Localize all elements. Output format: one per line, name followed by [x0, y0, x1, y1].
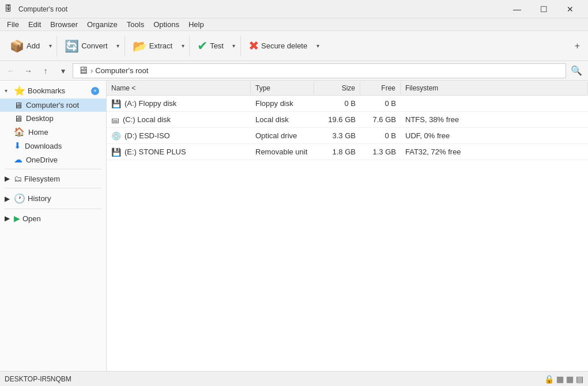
sidebar-divider-3 [5, 209, 101, 209]
table-row[interactable]: 🖴 (C:) Local disk Local disk 19.6 GB 7.6… [107, 112, 588, 128]
file-cell-type-2: Optical drive [251, 129, 314, 142]
secure-delete-button[interactable]: ✖ Secure delete [243, 35, 312, 58]
file-cell-size-2: 3.3 GB [314, 129, 360, 142]
test-button[interactable]: ✔ Test [192, 35, 229, 58]
sidebar-item-desktop[interactable]: 🖥 Desktop [0, 112, 106, 125]
toolbar: 📦 Add ▾ 🔄 Convert ▾ 📂 Extract ▾ ✔ Test ▾… [0, 31, 588, 61]
bookmarks-section: ▾ ⭐ Bookmarks + 🖥 Computer's root 🖥 Desk… [0, 83, 106, 166]
history-icon: 🕐 [14, 193, 25, 204]
bookmarks-content: 🖥 Computer's root 🖥 Desktop 🏠 Home ⬇ Dow… [0, 99, 106, 166]
column-header-size[interactable]: Size [314, 82, 360, 94]
add-dropdown[interactable]: ▾ [46, 35, 54, 58]
removable-drive-icon: 💾 [111, 147, 121, 157]
address-bar: ← → ↑ ▾ 🖥 › Computer's root 🔍 [0, 61, 588, 81]
open-expand-icon: ▶ [5, 214, 12, 222]
bookmarks-add-button[interactable]: + [91, 87, 99, 95]
extract-icon: 📂 [133, 39, 147, 53]
history-header[interactable]: ▶ 🕐 History [0, 191, 106, 206]
grid-view-icon-1[interactable]: ▦ [556, 374, 564, 384]
forward-button[interactable]: → [21, 63, 36, 78]
column-header-free[interactable]: Free [360, 82, 401, 94]
file-cell-name-0: 💾 (A:) Floppy disk [107, 97, 251, 111]
sidebar-item-downloads[interactable]: ⬇ Downloads [0, 139, 106, 153]
table-row[interactable]: 💾 (E:) STONE PLUS Removable unit 1.8 GB … [107, 144, 588, 160]
back-button[interactable]: ← [3, 63, 18, 78]
sidebar-item-computer-root[interactable]: 🖥 Computer's root [0, 99, 106, 112]
local-disk-icon: 🖴 [111, 115, 119, 124]
convert-icon: 🔄 [65, 39, 79, 53]
menu-item-browser[interactable]: Browser [46, 19, 82, 30]
close-button[interactable]: ✕ [557, 0, 583, 18]
bookmarks-label: Bookmarks [28, 86, 65, 95]
title-bar: 🗄 Computer's root — ☐ ✕ [0, 0, 588, 18]
table-row[interactable]: 💾 (A:) Floppy disk Floppy disk 0 B 0 B [107, 96, 588, 112]
open-section: ▶ ▶ Open [0, 211, 106, 225]
app-icon: 🗄 [5, 4, 15, 14]
file-cell-free-1: 7.6 GB [360, 113, 401, 126]
secure-delete-dropdown[interactable]: ▾ [314, 35, 322, 58]
file-cell-fs-0 [401, 101, 588, 106]
list-view-icon[interactable]: ▤ [576, 374, 583, 384]
sidebar-item-home[interactable]: 🏠 Home [0, 125, 106, 139]
file-cell-fs-3: FAT32, 72% free [401, 145, 588, 158]
menu-item-organize[interactable]: Organize [82, 19, 122, 30]
filesystem-header[interactable]: ▶ 🗂 Filesystem [0, 172, 106, 186]
path-separator: › [91, 66, 93, 75]
toolbar-add-button[interactable]: + [571, 39, 583, 54]
file-cell-size-1: 19.6 GB [314, 113, 360, 126]
menu-bar: FileEditBrowserOrganizeToolsOptionsHelp [0, 18, 588, 31]
file-cell-size-0: 0 B [314, 97, 360, 110]
column-header-type[interactable]: Type [251, 82, 314, 94]
column-header-filesystem[interactable]: Filesystem [401, 82, 588, 94]
extract-button[interactable]: 📂 Extract [127, 35, 178, 58]
lock-icon[interactable]: 🔒 [544, 374, 554, 384]
home-icon: 🏠 [14, 127, 25, 137]
sidebar-divider-2 [5, 188, 101, 188]
filesystem-expand-icon: ▶ [5, 175, 12, 183]
open-header[interactable]: ▶ ▶ Open [0, 211, 106, 225]
open-icon: ▶ [14, 214, 20, 223]
test-label: Test [210, 41, 224, 50]
grid-view-icon-2[interactable]: ▦ [566, 374, 574, 384]
minimize-button[interactable]: — [504, 0, 530, 18]
file-list: 💾 (A:) Floppy disk Floppy disk 0 B 0 B 🖴… [107, 96, 588, 371]
convert-dropdown[interactable]: ▾ [114, 35, 122, 58]
address-path: 🖥 › Computer's root [73, 63, 566, 78]
test-icon: ✔ [197, 39, 208, 54]
extract-dropdown[interactable]: ▾ [179, 35, 187, 58]
convert-button[interactable]: 🔄 Convert [59, 35, 113, 58]
menu-item-help[interactable]: Help [184, 19, 209, 30]
test-dropdown[interactable]: ▾ [230, 35, 238, 58]
bookmarks-star-icon: ⭐ [14, 85, 25, 96]
file-cell-free-2: 0 B [360, 129, 401, 142]
history-section: ▶ 🕐 History [0, 191, 106, 206]
menu-item-edit[interactable]: Edit [24, 19, 46, 30]
menu-item-tools[interactable]: Tools [122, 19, 149, 30]
address-dropdown-button[interactable]: ▾ [55, 63, 70, 78]
table-row[interactable]: 💿 (D:) ESD-ISO Optical drive 3.3 GB 0 B … [107, 128, 588, 144]
menu-item-options[interactable]: Options [149, 19, 184, 30]
file-cell-type-0: Floppy disk [251, 97, 314, 110]
file-cell-free-0: 0 B [360, 97, 401, 110]
sidebar: ▾ ⭐ Bookmarks + 🖥 Computer's root 🖥 Desk… [0, 81, 107, 371]
status-text: DESKTOP-IR5NQBM [5, 375, 71, 383]
secure-delete-icon: ✖ [248, 39, 259, 54]
history-expand-icon: ▶ [5, 195, 12, 203]
path-item-root[interactable]: Computer's root [95, 66, 148, 75]
open-label: Open [22, 214, 41, 223]
file-cell-fs-2: UDF, 0% free [401, 129, 588, 142]
sidebar-item-onedrive[interactable]: ☁ OneDrive [0, 153, 106, 166]
maximize-button[interactable]: ☐ [530, 0, 557, 18]
filesystem-label: Filesystem [24, 175, 60, 183]
add-button[interactable]: 📦 Add [5, 35, 45, 58]
column-header-name[interactable]: Name < [107, 82, 251, 94]
bookmarks-header[interactable]: ▾ ⭐ Bookmarks + [0, 83, 106, 99]
search-button[interactable]: 🔍 [568, 63, 585, 79]
window-title: Computer's root [18, 5, 67, 13]
sidebar-item-downloads-label: Downloads [25, 142, 62, 150]
toolbar-separator-2 [125, 36, 125, 56]
status-bar: DESKTOP-IR5NQBM 🔒 ▦ ▦ ▤ [0, 371, 588, 386]
menu-item-file[interactable]: File [2, 19, 24, 30]
up-button[interactable]: ↑ [38, 63, 53, 78]
file-area: Name < Type Size Free Filesystem 💾 (A:) … [107, 81, 588, 371]
